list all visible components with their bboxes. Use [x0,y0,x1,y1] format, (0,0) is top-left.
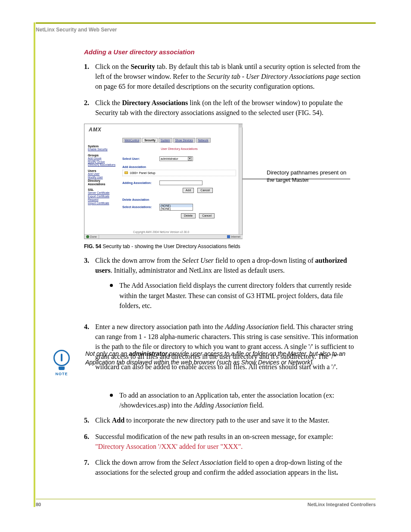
t: Directory Associations [122,99,188,106]
sidebar-heading-groups: Groups [88,154,118,157]
option-none-2[interactable]: (NONE) [160,207,193,210]
figure-caption-rest: Security tab - showing the User Director… [101,243,240,249]
screenshot-window: AMX WebControl Security System Show Devi… [84,124,243,239]
figure-callout: Directory pathnames present on the targe… [267,169,353,184]
sidebar-heading-ssl: SSL [88,188,118,191]
t: Security tab - User Directory Associatio… [207,73,339,80]
amx-logo: AMX [89,127,102,133]
select-user-label: Select User: [122,157,159,160]
t: field to open a drop-down listing of [214,257,315,264]
internet-icon [227,235,230,238]
folder-list[interactable]: 1000+ Panel Setup [122,170,236,176]
tab-system[interactable]: System [159,138,172,143]
step-3-bullet: The Add Association field displays the c… [110,280,362,311]
tab-security[interactable]: Security [142,138,158,143]
step-number: 6. [84,432,95,451]
section-heading: Adding a User directory association [84,48,362,56]
sidebar: System Enable Security Groups Add Group … [88,145,118,208]
step-number: 5. [84,415,95,425]
t: administrator [129,350,167,357]
sidebar-link-server-cert[interactable]: Server Certificate [88,191,118,195]
footer-title: NetLinx Integrated Controllers [308,502,376,507]
t: Successful modification of the new path … [95,433,333,440]
t: Click [95,417,112,424]
step-7-text: Click the down arrow from the Select Ass… [95,457,362,477]
delete-button[interactable]: Delete [181,213,196,218]
sidebar-heading-system: System [88,145,118,148]
tab-row: WebControl Security System Show Devices … [122,138,211,143]
step-number: 1. [84,62,95,92]
sidebar-link-export-cert[interactable]: Export Certificate Request [88,195,118,202]
step-number: 7. [84,457,95,477]
folder-item-label: 1000+ Panel Setup [130,171,156,174]
select-associations-label: Select Associations: [122,205,159,208]
step-number: 3. [84,255,95,316]
sidebar-link-add-user[interactable]: Add User [88,172,118,176]
sidebar-heading-users: Users [88,169,118,172]
sidebar-link-modify-user[interactable]: Modify User [88,176,118,179]
t: Click the down arrow from the [95,459,182,466]
t: Adding Association [225,323,279,330]
t: Security [131,63,155,70]
adding-association-label: Adding Association: [122,181,159,184]
panel-title: User Directory Associations [122,147,236,150]
status-done: Done [90,235,97,238]
cancel-button-2[interactable]: Cancel [199,213,215,218]
adding-association-input[interactable] [159,180,202,185]
note-icon-column: NOTE [45,350,78,376]
t: Click the down arrow from the [95,257,182,264]
step-1-text: Click on the Security tab. By default th… [95,62,362,92]
t: Select Association [182,459,233,466]
t: Select User [182,257,214,264]
step-5-text: Click Add to incorporate the new directo… [95,415,362,425]
t: . [336,469,338,476]
sidebar-link-add-group[interactable]: Add Group [88,157,118,160]
t: Enter a new directory association path i… [95,323,225,330]
tab-webcontrol[interactable]: WebControl [122,138,141,143]
page-number: 80 [36,502,41,507]
t: Adding Association [194,401,248,409]
note-block: NOTE Not only can an administrator provi… [45,350,362,376]
left-accent-bar [34,22,35,507]
folder-icon [125,171,128,174]
tab-show-devices[interactable]: Show Devices [173,138,195,143]
lightbulb-base-icon [59,367,65,370]
note-text: Not only can an administrator provide us… [78,350,362,367]
note-label: NOTE [45,372,78,376]
figure-caption: FIG. 54 Security tab - showing the User … [84,243,362,249]
t: . Initially, administrator and NetLinx a… [111,267,285,274]
status-internet: Internet [231,235,240,238]
lightbulb-icon [53,350,70,366]
figure-caption-bold: FIG. 54 [84,243,101,249]
sidebar-link-modify-group[interactable]: Modify Group [88,160,118,164]
tab-network[interactable]: Network [196,138,211,143]
t: Not only can an [85,350,129,357]
cancel-button[interactable]: Cancel [197,188,213,193]
t: to incorporate the new directory path to… [125,417,329,424]
figure-54: AMX WebControl Security System Show Devi… [84,124,362,249]
delete-association-heading: Delete Association [122,198,236,201]
t: Add [112,417,125,424]
status-bar: Done Internet [84,234,242,239]
step-3-text: Click the down arrow from the Select Use… [95,255,362,316]
add-button[interactable]: Add [183,188,194,193]
step-5-pre-bullet: To add an association to an Application … [110,390,362,410]
step-6-text: Successful modification of the new path … [95,432,362,451]
select-associations-list[interactable]: (NONE) (NONE) [159,204,193,211]
option-none[interactable]: (NONE) [160,204,193,207]
running-header: NetLinx Security and Web Server [36,27,117,33]
step-2-text: Click the Directory Associations link (o… [95,98,362,118]
sidebar-link-group-dir-assoc[interactable]: Directory Associations [88,163,118,167]
select-user-dropdown[interactable]: administrator ▾ [159,156,193,161]
t: Click on the [95,63,131,70]
t: Click the [95,99,122,106]
sidebar-link-user-dir-assoc[interactable]: Directory Associations [88,179,118,186]
scrollbar-vertical[interactable] [239,124,242,239]
panel: User Directory Associations Select User:… [122,143,236,218]
select-user-value: administrator [161,157,178,160]
sidebar-link-enable-security[interactable]: Enable Security [88,148,118,151]
chevron-down-icon: ▾ [188,157,192,161]
add-association-heading: Add Association [122,165,236,168]
sidebar-link-import-cert[interactable]: Import Certificate [88,202,118,205]
t: field. [248,401,264,409]
